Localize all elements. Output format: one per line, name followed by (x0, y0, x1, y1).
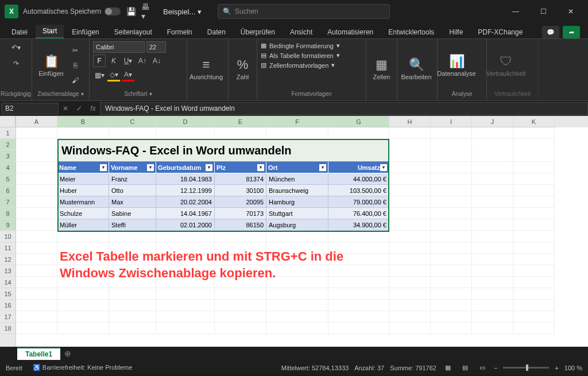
col-header-C[interactable]: C (109, 116, 156, 127)
cell[interactable] (109, 231, 156, 242)
table-cell[interactable]: 02.01.2000 (156, 219, 215, 231)
cell[interactable] (57, 231, 109, 242)
table-header-ort[interactable]: Ort▾ (266, 162, 328, 173)
cell[interactable] (513, 311, 555, 323)
cell[interactable] (328, 300, 389, 311)
cell[interactable] (16, 139, 57, 162)
view-normal-icon[interactable]: ▦ (442, 363, 454, 373)
save-icon[interactable]: 💾 (125, 6, 137, 17)
table-cell[interactable]: Stuttgart (266, 208, 328, 219)
row-header-17[interactable]: 17 (0, 311, 16, 323)
quickprint-icon[interactable]: 🖶▾ (141, 6, 153, 17)
cell[interactable] (57, 311, 109, 323)
filter-icon[interactable]: ▾ (257, 164, 264, 171)
tab-seitenlayout[interactable]: Seitenlayout (107, 26, 159, 38)
cell[interactable] (513, 277, 555, 288)
cell[interactable] (389, 242, 431, 254)
cell[interactable] (16, 311, 57, 323)
cell[interactable] (431, 231, 472, 242)
cell[interactable] (389, 127, 431, 139)
cell[interactable] (109, 288, 156, 300)
number-button[interactable]: %Zahl (232, 55, 253, 83)
row-header-15[interactable]: 15 (0, 288, 16, 300)
cell[interactable] (389, 173, 431, 185)
cell[interactable] (513, 231, 555, 242)
table-cell[interactable]: Schulze (57, 208, 109, 219)
cell[interactable] (266, 231, 328, 242)
cell[interactable] (16, 162, 57, 173)
table-cell[interactable]: München (266, 173, 328, 185)
cell[interactable] (431, 300, 472, 311)
alignment-button[interactable]: ≡Ausrichtung (191, 55, 222, 83)
status-accessibility[interactable]: ♿ Barrierefreiheit: Keine Probleme (33, 364, 133, 371)
table-cell[interactable]: Hamburg (266, 196, 328, 208)
cell[interactable] (472, 277, 513, 288)
col-header-A[interactable]: A (16, 116, 57, 127)
row-header-8[interactable]: 8 (0, 208, 16, 219)
cell[interactable] (472, 173, 513, 185)
cell[interactable] (57, 300, 109, 311)
cell[interactable] (16, 196, 57, 208)
formula-bar[interactable] (100, 102, 588, 115)
cell[interactable] (156, 288, 215, 300)
cell[interactable] (16, 300, 57, 311)
paste-button[interactable]: 📋Einfügen (36, 52, 67, 79)
redo-icon[interactable]: ↷ (10, 57, 22, 70)
worksheet[interactable]: 123456789101112131415161718 ABCDEFGHIJK … (0, 116, 588, 347)
cell[interactable] (16, 208, 57, 219)
view-pagelayout-icon[interactable]: ▤ (459, 363, 471, 373)
table-cell[interactable]: 20.02.2004 (156, 196, 215, 208)
row-header-13[interactable]: 13 (0, 265, 16, 277)
cell[interactable] (472, 300, 513, 311)
cell[interactable] (16, 242, 57, 254)
cell[interactable] (472, 185, 513, 196)
select-all-corner[interactable] (0, 116, 16, 127)
row-header-1[interactable]: 1 (0, 127, 16, 139)
col-header-E[interactable]: E (215, 116, 266, 127)
cell[interactable] (431, 127, 472, 139)
cell[interactable] (16, 127, 57, 139)
cell[interactable] (513, 185, 555, 196)
undo-icon[interactable]: ↶▾ (10, 41, 22, 54)
cell[interactable] (472, 265, 513, 277)
cell[interactable] (328, 323, 389, 334)
cell[interactable] (16, 231, 57, 242)
cell[interactable] (16, 265, 57, 277)
filter-icon[interactable]: ▾ (380, 164, 387, 171)
col-header-J[interactable]: J (472, 116, 513, 127)
row-header-10[interactable]: 10 (0, 231, 16, 242)
cell[interactable] (266, 288, 328, 300)
cell[interactable] (328, 127, 389, 139)
cell[interactable] (472, 311, 513, 323)
cell[interactable] (472, 288, 513, 300)
cell[interactable] (328, 311, 389, 323)
zoom-level[interactable]: 100 % (564, 365, 582, 371)
cell[interactable] (156, 323, 215, 334)
cell[interactable] (513, 288, 555, 300)
add-sheet-button[interactable]: ⊕ (61, 347, 74, 360)
cell[interactable] (431, 311, 472, 323)
cell[interactable] (16, 288, 57, 300)
table-header-vorname[interactable]: Vorname▾ (109, 162, 156, 173)
cell[interactable] (16, 219, 57, 231)
cell[interactable] (57, 127, 109, 139)
cell[interactable] (472, 208, 513, 219)
tab-entwicklertools[interactable]: Entwicklertools (381, 26, 441, 38)
cell[interactable] (389, 288, 431, 300)
cell[interactable] (389, 254, 431, 265)
row-header-4[interactable]: 4 (0, 162, 16, 173)
cell[interactable] (389, 300, 431, 311)
cell[interactable] (215, 300, 266, 311)
table-cell[interactable]: 12.12.1999 (156, 185, 215, 196)
cell[interactable] (431, 185, 472, 196)
cell[interactable] (513, 208, 555, 219)
toggle-icon[interactable] (105, 7, 121, 15)
col-header-B[interactable]: B (57, 116, 109, 127)
cell[interactable] (215, 323, 266, 334)
table-cell[interactable]: 34.900,00 € (328, 219, 389, 231)
cell[interactable] (266, 300, 328, 311)
col-header-K[interactable]: K (513, 116, 555, 127)
table-cell[interactable]: Sabine (109, 208, 156, 219)
cell[interactable] (389, 265, 431, 277)
table-cell[interactable]: 79.000,00 € (328, 196, 389, 208)
